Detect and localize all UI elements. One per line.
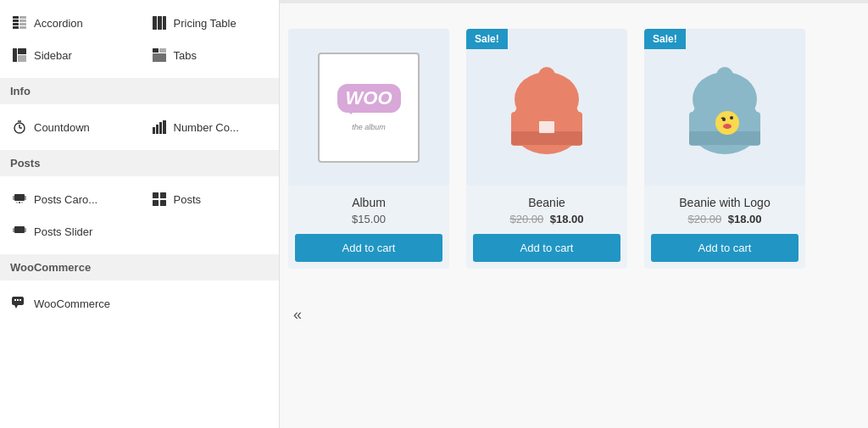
sidebar-icon [12,47,27,63]
svg-rect-31 [153,192,159,198]
sidebar-item-tabs[interactable]: Tabs [140,39,280,71]
beanie-logo-product-info: Beanie with Logo $20.00 $18.00 Add to ca… [644,186,805,269]
svg-rect-0 [13,16,19,19]
info-section: Countdown Number Co... [0,104,279,150]
svg-rect-16 [153,53,166,62]
number-counter-label: Number Co... [174,121,239,134]
svg-rect-1 [13,19,19,22]
woocommerce-section: WooCommerce [0,281,279,326]
svg-rect-30 [21,202,23,203]
svg-rect-47 [539,121,554,133]
svg-rect-23 [159,122,162,134]
svg-rect-12 [18,48,26,54]
beanie-add-to-cart-button[interactable]: Add to cart [473,234,620,262]
tabs-icon [152,47,167,63]
product-card-beanie-with-logo: Sale! [644,29,805,269]
svg-rect-32 [160,192,166,198]
svg-rect-40 [14,299,16,301]
page-first-button[interactable]: « [288,303,307,327]
svg-marker-39 [14,305,18,308]
products-area: WOO the album Album $15.00 Add to cart S… [280,3,868,294]
product-card-album: WOO the album Album $15.00 Add to cart [288,29,449,269]
svg-rect-41 [17,299,19,301]
pagination-area: « [280,294,868,336]
beanie-image-area: Sale! [466,29,627,186]
svg-rect-13 [18,55,26,62]
album-product-info: Album $15.00 Add to cart [288,186,449,269]
number-counter-icon [152,120,167,135]
svg-rect-42 [19,299,21,301]
beanie-original-price: $20.00 [509,213,543,225]
sidebar-label: Sidebar [34,49,72,62]
svg-rect-21 [153,127,155,134]
sidebar-item-pricing-table[interactable]: Pricing Table [140,7,280,39]
sidebar-item-countdown[interactable]: Countdown [0,111,140,143]
svg-rect-15 [159,48,166,53]
countdown-label: Countdown [34,121,90,134]
sidebar-item-posts[interactable]: Posts [140,183,280,215]
woocommerce-label: WooCommerce [34,297,110,310]
svg-rect-10 [163,16,166,30]
posts-slider-icon [12,224,27,239]
beanie-sale-price: $18.00 [550,213,584,225]
svg-rect-2 [13,23,19,25]
accordion-icon [12,15,27,31]
beanie-logo-image-area: Sale! [644,29,805,186]
svg-rect-3 [13,26,19,29]
beanie-product-price: $20.00 $18.00 [473,213,620,225]
album-product-price: $15.00 [295,213,442,225]
woocommerce-section-header: WooCommerce [0,254,279,281]
svg-rect-28 [16,202,18,203]
svg-rect-14 [153,48,159,53]
woo-bubble: WOO [337,84,401,113]
sidebar: Accordion Pricing Table Sidebar [0,0,280,428]
beanie-product-info: Beanie $20.00 $18.00 Add to cart [466,186,627,269]
layout-section: Accordion Pricing Table Sidebar [0,0,279,78]
svg-rect-37 [25,228,26,232]
beanie-logo-sale-price: $18.00 [728,213,762,225]
svg-point-48 [538,67,555,84]
sidebar-item-accordion[interactable]: Accordion [0,7,140,39]
svg-point-53 [716,67,733,84]
svg-rect-22 [156,125,159,134]
album-add-to-cart-button[interactable]: Add to cart [295,234,442,262]
album-price-value: $15.00 [352,213,386,225]
beanie-blue-illustration [678,57,771,158]
svg-rect-35 [14,226,25,233]
accordion-label: Accordion [34,17,83,30]
sidebar-item-woocommerce[interactable]: WooCommerce [0,287,140,320]
posts-label: Posts [174,193,202,206]
product-card-beanie: Sale! Beanie [466,29,627,269]
beanie-logo-original-price: $20.00 [687,213,721,225]
svg-rect-24 [163,120,166,134]
beanie-logo-add-to-cart-button[interactable]: Add to cart [651,234,798,262]
album-image-area: WOO the album [288,29,449,186]
svg-rect-4 [19,16,26,19]
sidebar-item-posts-slider[interactable]: Posts Slider [0,215,140,247]
beanie-logo-sale-badge: Sale! [644,29,686,49]
svg-rect-6 [19,23,26,25]
svg-rect-7 [19,26,26,29]
album-product-name: Album [295,196,442,209]
svg-rect-8 [153,16,157,30]
svg-rect-34 [160,200,166,206]
svg-rect-11 [13,48,17,62]
svg-point-56 [730,116,733,120]
svg-rect-33 [153,200,159,206]
info-section-header: Info [0,78,279,104]
svg-rect-36 [13,228,14,232]
sidebar-item-posts-carousel[interactable]: Posts Caro... [0,183,140,215]
svg-rect-46 [511,131,582,145]
woocommerce-icon [12,296,27,311]
album-subtitle: the album [352,123,386,131]
sidebar-item-sidebar[interactable]: Sidebar [0,39,140,71]
svg-rect-29 [19,202,20,203]
beanie-product-name: Beanie [473,196,620,209]
posts-section-header: Posts [0,150,279,176]
beanie-logo-product-price: $20.00 $18.00 [651,213,798,225]
pricing-table-icon [152,15,167,31]
beanie-logo-product-name: Beanie with Logo [651,196,798,209]
sidebar-item-number-counter[interactable]: Number Co... [140,111,280,143]
svg-rect-25 [14,194,25,201]
svg-rect-27 [25,196,26,200]
